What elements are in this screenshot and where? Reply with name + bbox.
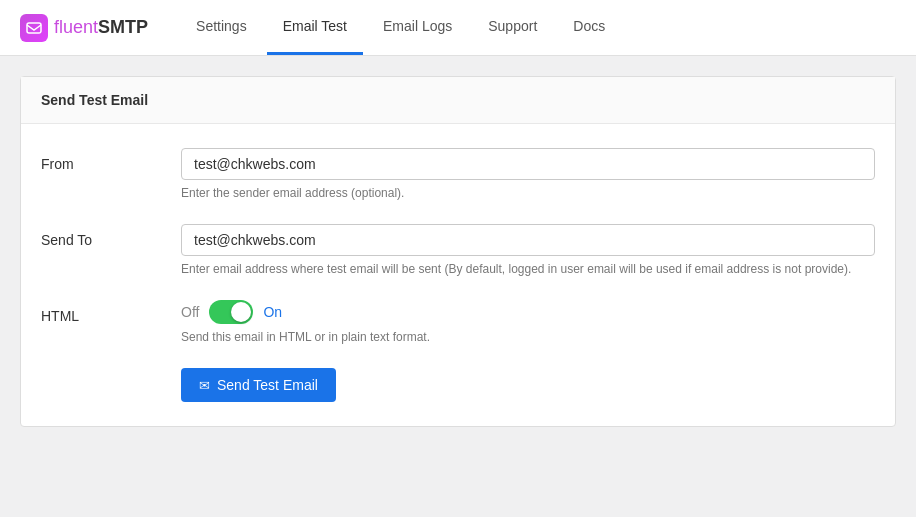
send-to-input[interactable] xyxy=(181,224,875,256)
from-field: Enter the sender email address (optional… xyxy=(181,148,875,200)
toggle-row: Off On xyxy=(181,300,875,324)
nav-item-email-test[interactable]: Email Test xyxy=(267,0,363,55)
nav-item-settings[interactable]: Settings xyxy=(180,0,263,55)
nav-item-email-logs[interactable]: Email Logs xyxy=(367,0,468,55)
card-title: Send Test Email xyxy=(41,92,148,108)
logo: fluentSMTP xyxy=(20,14,148,42)
logo-icon xyxy=(20,14,48,42)
toggle-on-label: On xyxy=(263,304,282,320)
button-row: ✉ Send Test Email xyxy=(41,368,875,402)
send-test-email-button[interactable]: ✉ Send Test Email xyxy=(181,368,336,402)
svg-rect-0 xyxy=(27,23,41,33)
nav: Settings Email Test Email Logs Support D… xyxy=(180,0,621,55)
card-header: Send Test Email xyxy=(21,77,895,124)
header: fluentSMTP Settings Email Test Email Log… xyxy=(0,0,916,56)
from-input[interactable] xyxy=(181,148,875,180)
send-to-field: Enter email address where test email wil… xyxy=(181,224,875,276)
nav-item-docs[interactable]: Docs xyxy=(557,0,621,55)
logo-fluent: fluent xyxy=(54,17,98,37)
from-hint: Enter the sender email address (optional… xyxy=(181,186,875,200)
send-to-label: Send To xyxy=(41,224,181,248)
logo-smtp: SMTP xyxy=(98,17,148,37)
card-body: From Enter the sender email address (opt… xyxy=(21,124,895,426)
html-label: HTML xyxy=(41,300,181,324)
from-label: From xyxy=(41,148,181,172)
send-to-row: Send To Enter email address where test e… xyxy=(41,224,875,276)
html-field: Off On Send this email in HTML or in pla… xyxy=(181,300,875,344)
main-content: Send Test Email From Enter the sender em… xyxy=(0,56,916,447)
html-row: HTML Off On Send this email in HTML or i… xyxy=(41,300,875,344)
nav-item-support[interactable]: Support xyxy=(472,0,553,55)
send-button-label: Send Test Email xyxy=(217,377,318,393)
logo-text: fluentSMTP xyxy=(54,17,148,38)
send-icon: ✉ xyxy=(199,378,210,393)
from-row: From Enter the sender email address (opt… xyxy=(41,148,875,200)
send-to-hint: Enter email address where test email wil… xyxy=(181,262,875,276)
html-toggle[interactable] xyxy=(209,300,253,324)
toggle-off-label: Off xyxy=(181,304,199,320)
html-hint: Send this email in HTML or in plain text… xyxy=(181,330,875,344)
send-test-email-card: Send Test Email From Enter the sender em… xyxy=(20,76,896,427)
